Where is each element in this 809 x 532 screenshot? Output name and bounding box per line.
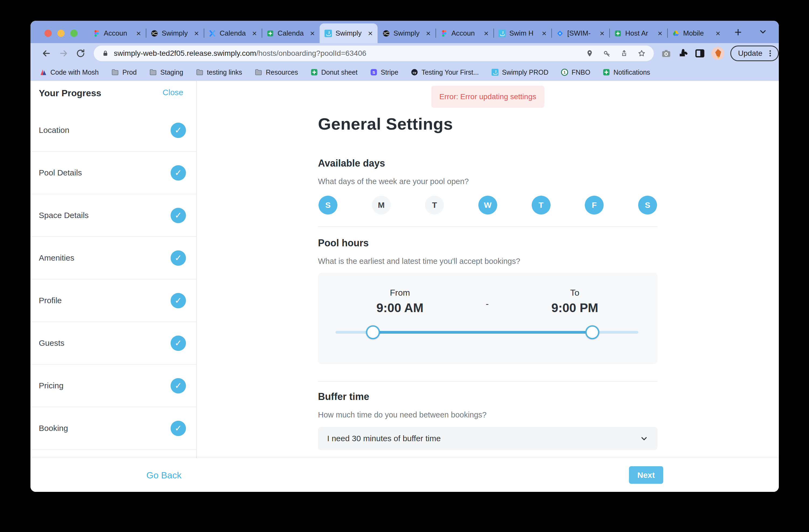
buffer-time-heading: Buffer time: [318, 391, 657, 402]
figma-icon: [92, 29, 101, 38]
back-icon[interactable]: [40, 47, 53, 59]
star-icon[interactable]: [638, 49, 646, 57]
day-toggle-friday[interactable]: F: [585, 196, 604, 214]
tab-search-icon[interactable]: [758, 27, 768, 36]
key-icon[interactable]: [603, 50, 610, 57]
page-content: Your Progress Close Location ✓ Pool Deta…: [31, 81, 779, 458]
close-icon[interactable]: ×: [193, 29, 200, 38]
location-pin-icon[interactable]: [586, 50, 593, 57]
day-toggle-tuesday[interactable]: T: [425, 196, 444, 214]
side-panel-icon[interactable]: [695, 48, 705, 58]
tab-label: Accoun: [104, 29, 132, 37]
tab-label: Swimply: [393, 29, 422, 37]
drive-icon: [672, 29, 680, 38]
day-toggle-thursday[interactable]: T: [532, 196, 551, 214]
close-icon[interactable]: ×: [309, 29, 316, 38]
tab-mobile[interactable]: Mobile ×: [667, 23, 725, 43]
profile-avatar[interactable]: [711, 47, 724, 60]
pool-hours-question: What is the earliest and latest time you…: [318, 257, 657, 266]
tab-account-2[interactable]: Accoun ×: [435, 23, 494, 43]
slider-handle-from[interactable]: [366, 325, 380, 339]
sidebar-item-space-details[interactable]: Space Details ✓: [31, 194, 196, 237]
close-window-button[interactable]: [45, 30, 52, 37]
bookmark-swimply-prod[interactable]: Swimply PROD: [491, 68, 548, 76]
check-icon: ✓: [171, 378, 186, 393]
tab-account-1[interactable]: Accoun ×: [88, 23, 146, 43]
sidebar-item-pricing[interactable]: Pricing ✓: [31, 365, 196, 407]
tab-jira-swim[interactable]: [SWIM- ×: [551, 23, 609, 43]
sidebar-item-booking[interactable]: Booking ✓: [31, 407, 196, 450]
close-icon[interactable]: ×: [251, 29, 258, 38]
bookmark-stripe[interactable]: S Stripe: [370, 68, 398, 76]
update-button[interactable]: Update: [730, 46, 779, 61]
globe-icon: [382, 29, 391, 38]
reload-icon[interactable]: [74, 47, 87, 59]
url-path: /hosts/onboarding?poolId=63406: [256, 49, 366, 57]
error-toast: Error: Error updating settings: [431, 86, 544, 108]
tab-label: Swimply: [162, 29, 190, 37]
close-icon[interactable]: ×: [599, 29, 605, 38]
tab-host-a[interactable]: Host Ar ×: [609, 23, 667, 43]
bookmark-folder-resources[interactable]: Resources: [254, 68, 298, 76]
bookmark-folder-prod[interactable]: Prod: [111, 68, 137, 76]
puzzle-icon[interactable]: [678, 48, 688, 58]
camera-icon[interactable]: [661, 48, 672, 59]
bookmark-donut-sheet[interactable]: Donut sheet: [310, 68, 358, 76]
bookmark-notifications[interactable]: Notifications: [603, 68, 650, 76]
next-button[interactable]: Next: [629, 466, 663, 484]
close-icon[interactable]: ×: [135, 29, 142, 38]
close-icon[interactable]: ×: [483, 29, 490, 38]
check-icon: ✓: [171, 336, 186, 351]
bookmark-fnbo[interactable]: 1 FNBO: [561, 68, 590, 76]
sidebar-item-pool-details[interactable]: Pool Details ✓: [31, 152, 196, 194]
bookmark-code-with-mosh[interactable]: Code with Mosh: [40, 68, 99, 76]
close-icon[interactable]: ×: [715, 29, 721, 38]
tab-swimply-2[interactable]: Swimply ×: [378, 23, 435, 43]
tab-calendar-2[interactable]: Calenda ×: [262, 23, 320, 43]
close-icon[interactable]: ×: [425, 29, 432, 38]
tab-swim-h[interactable]: Swim H ×: [494, 23, 551, 43]
url-bar[interactable]: swimply-web-ted2f05.release.swimply.com/…: [94, 46, 654, 61]
tab-calendar-1[interactable]: Calenda ×: [204, 23, 262, 43]
lock-icon[interactable]: [102, 50, 109, 57]
folder-icon: [149, 68, 157, 76]
sidebar-item-location[interactable]: Location ✓: [31, 109, 196, 152]
sidebar-title: Your Progress: [39, 88, 101, 98]
fnbo-icon: 1: [561, 68, 568, 76]
pool-hours-section: Pool hours What is the earliest and late…: [318, 237, 657, 364]
url-actions: [586, 49, 646, 57]
new-tab-button[interactable]: +: [731, 25, 745, 39]
day-toggle-saturday[interactable]: S: [638, 196, 657, 214]
bookmark-folder-staging[interactable]: Staging: [149, 68, 183, 76]
tab-swimply-active[interactable]: Swimply ×: [320, 23, 378, 43]
day-toggle-sunday[interactable]: S: [319, 196, 338, 214]
check-icon: ✓: [171, 421, 186, 436]
close-icon[interactable]: ×: [367, 29, 374, 38]
sidebar-item-guests[interactable]: Guests ✓: [31, 322, 196, 365]
window-controls: [45, 30, 78, 37]
sidebar-item-profile[interactable]: Profile ✓: [31, 279, 196, 322]
bookmark-testing-your-first[interactable]: cy Testing Your First...: [411, 68, 479, 76]
sidebar-close-link[interactable]: Close: [162, 88, 183, 97]
bookmark-folder-testing-links[interactable]: testing links: [196, 68, 242, 76]
buffer-time-selected-option: I need 30 minutes of buffer time: [327, 434, 441, 443]
slider-handle-to[interactable]: [585, 325, 599, 339]
forward-icon[interactable]: [57, 47, 70, 59]
browser-menu-icon[interactable]: [766, 49, 774, 57]
slider-active-range: [373, 331, 592, 333]
day-toggle-wednesday[interactable]: W: [478, 196, 497, 214]
buffer-time-select[interactable]: I need 30 minutes of buffer time: [318, 427, 657, 450]
hours-range-slider: [335, 325, 638, 339]
sidebar-item-amenities[interactable]: Amenities ✓: [31, 237, 196, 279]
url-text: swimply-web-ted2f05.release.swimply.com/…: [114, 49, 366, 58]
day-toggle-monday[interactable]: M: [372, 196, 391, 214]
tab-swimply-1[interactable]: Swimply ×: [146, 23, 204, 43]
close-icon[interactable]: ×: [656, 29, 664, 38]
extension-area: [661, 47, 724, 60]
zoom-window-button[interactable]: [70, 30, 78, 37]
share-icon[interactable]: [620, 50, 628, 57]
minimize-window-button[interactable]: [57, 30, 65, 37]
close-icon[interactable]: ×: [540, 29, 548, 38]
available-days-section: Available days What days of the week are…: [318, 158, 657, 214]
go-back-link[interactable]: Go Back: [146, 470, 182, 480]
